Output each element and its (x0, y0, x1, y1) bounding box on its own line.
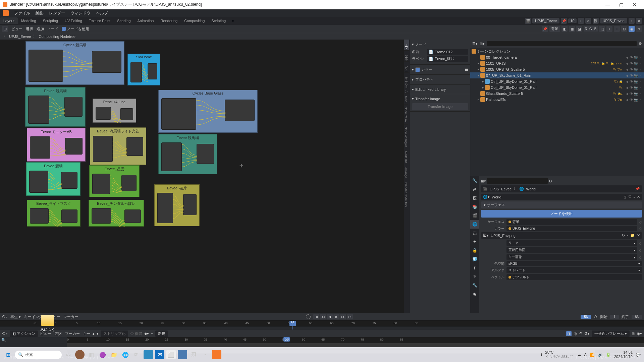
props-tab[interactable]: 🧊 (470, 255, 479, 263)
node[interactable] (121, 175, 137, 191)
npanel-tab-Arrange[interactable]: Arrange (404, 165, 408, 180)
keyframe-icon[interactable]: ◇ (639, 226, 642, 231)
terminal-icon[interactable]: ▪ (201, 350, 210, 359)
node[interactable] (161, 142, 182, 171)
props-tab[interactable]: 🖨 (470, 185, 479, 194)
expand-icon[interactable]: ▸ (476, 68, 480, 71)
menu-編集[interactable]: 編集 (33, 11, 46, 15)
backdrop-channel-icon[interactable]: ◧ (561, 26, 568, 32)
toggle-icon[interactable]: 👁 (629, 68, 633, 71)
tab-compositing[interactable]: Compositing (181, 17, 208, 24)
node-frame[interactable]: SkyDome (127, 54, 160, 85)
overlay-drop-icon[interactable]: ▾ (636, 26, 642, 32)
volume-icon[interactable]: 🔊 (598, 353, 603, 357)
scene-icon[interactable]: 🎬 (525, 18, 531, 24)
menu-ファイル[interactable]: ファイル (11, 11, 33, 15)
editor-type-icon[interactable]: ⊞ (2, 26, 8, 32)
node-label-field[interactable]: 📄 Eevee_破片 (427, 56, 468, 62)
app-icon[interactable] (75, 350, 85, 359)
toggle-icon[interactable]: 📷 (634, 92, 638, 96)
node[interactable] (65, 138, 83, 155)
node[interactable] (183, 194, 197, 215)
toggle-icon[interactable]: 👁 (629, 92, 633, 96)
vector-dropdown[interactable]: デフォルト (506, 274, 642, 280)
search-icon[interactable]: 🔍 (1, 338, 6, 342)
keyframe-icon[interactable]: ◇ (639, 255, 642, 259)
toggle-icon[interactable]: 📷 (634, 98, 638, 102)
toggle-icon[interactable]: ▫ (639, 68, 643, 71)
props-tab[interactable]: ◉ (470, 290, 479, 298)
npanel-tab-ビュー[interactable]: ビュー (404, 62, 409, 73)
toggle-icon[interactable]: 📷 (634, 56, 638, 59)
world-datablock[interactable]: 🌐▾ World 2 ♡ ▫ ✕ (481, 194, 642, 200)
node[interactable] (30, 136, 50, 159)
toggle-icon[interactable]: ◂ (625, 98, 629, 102)
node-frame[interactable]: Eevee モニターAB (27, 128, 86, 162)
autokey-icon[interactable] (306, 314, 311, 319)
toggle-icon[interactable]: 👁 (629, 62, 633, 65)
outliner-display-icon[interactable]: ⊞▾ (480, 42, 485, 46)
new-scene-icon[interactable]: ▫ (578, 18, 584, 24)
node-menu-ビュー[interactable]: ビュー (11, 26, 22, 32)
node[interactable] (93, 136, 113, 162)
current-frame[interactable]: 56 (581, 315, 591, 319)
node-frame[interactable]: Eevee_破片 (154, 184, 200, 226)
battery-icon[interactable]: 🔋 (606, 353, 611, 357)
props-tab[interactable]: ƒ (470, 263, 479, 272)
jump-end-icon[interactable]: ⏭ (347, 314, 353, 319)
node[interactable] (161, 98, 196, 130)
toggle-icon[interactable]: 👁 (629, 74, 633, 77)
fit-icon[interactable]: ⊡ (621, 26, 627, 32)
timeline-menu[interactable]: 再生 ▾ (10, 314, 21, 319)
props-dropdown[interactable]: 単一画像▾ (506, 254, 637, 260)
use-nodes-button[interactable]: ノードを使用 (481, 210, 642, 218)
close-button[interactable]: ✕ (628, 0, 641, 9)
jump-start-icon[interactable]: ⏮ (313, 314, 319, 319)
node-frame[interactable]: Eevee_チンダルっぽい (89, 200, 144, 227)
proportional-icon[interactable]: ◎ (574, 331, 577, 336)
viewlayer-icon[interactable]: 🖼 (593, 18, 599, 24)
node-menu-ノード[interactable]: ノード (47, 26, 58, 32)
pin-icon[interactable]: 📌 (635, 187, 640, 191)
keyframe-icon[interactable]: ◇ (639, 241, 642, 245)
filter-icon[interactable]: ⚗ (579, 331, 582, 336)
props-value[interactable]: 背景 (506, 219, 637, 225)
node[interactable] (92, 208, 111, 224)
outliner-mode-icon[interactable]: ☰▾ (472, 42, 478, 46)
node[interactable] (64, 97, 83, 117)
use-nodes-checkbox[interactable]: ✓ノードを使用 (62, 26, 89, 32)
overlay-icon[interactable]: ◉ (629, 26, 635, 32)
colorspace-dropdown[interactable]: sRGB▾ (506, 261, 642, 266)
props-tab[interactable]: 📚 (470, 202, 479, 211)
list-icon[interactable]: ☰ (465, 67, 468, 72)
timeline-menu[interactable]: マーカー (63, 314, 78, 319)
node-menu-選択[interactable]: 選択 (26, 26, 33, 32)
dopesheet-mode[interactable]: ◧ アクション (10, 330, 38, 337)
props-search[interactable] (487, 178, 548, 184)
toggle-icon[interactable]: 📷 (634, 62, 638, 65)
scene-users[interactable]: 10 (568, 18, 576, 23)
node[interactable] (225, 100, 255, 121)
node-frame[interactable]: Eevee_汽馬場ライト光芒 (90, 127, 146, 165)
new-viewlayer-icon[interactable]: ▫ (629, 18, 635, 24)
toggle-icon[interactable]: ◂ (625, 86, 629, 89)
zoom-in-icon[interactable]: + (606, 26, 612, 32)
npanel-tab-Node Relax[interactable]: Node Relax (404, 105, 408, 125)
taskbar-search[interactable]: 🔍 検索 (15, 351, 62, 359)
breadcrumb-nodetree[interactable]: Compositing Nodetree (39, 35, 75, 39)
wifi-icon[interactable]: 📶 (590, 353, 595, 357)
open-icon[interactable]: 📁 (630, 233, 635, 238)
toggle-icon[interactable]: 👁 (629, 80, 633, 83)
desktop-folder[interactable]: あにつく (40, 315, 55, 332)
taskview-icon[interactable]: 🗂 (64, 350, 73, 359)
props-tab[interactable]: 🖼 (470, 194, 479, 202)
outliner-item[interactable]: 00_Target_camera◂👁📷▫ (470, 54, 644, 60)
dopesheet-menu[interactable]: マーカー (65, 331, 80, 336)
blender-icon[interactable] (3, 10, 9, 16)
minimize-button[interactable]: — (601, 0, 614, 9)
dopesheet-menu[interactable]: 選択 (54, 331, 62, 336)
npanel-tab-Mish[interactable]: Mish (404, 94, 408, 105)
npanel-tab-Node Wrangler[interactable]: Node Wrangler (404, 125, 408, 149)
end-frame[interactable]: 86 (632, 315, 642, 319)
store-icon[interactable]: 🛍 (132, 350, 142, 359)
